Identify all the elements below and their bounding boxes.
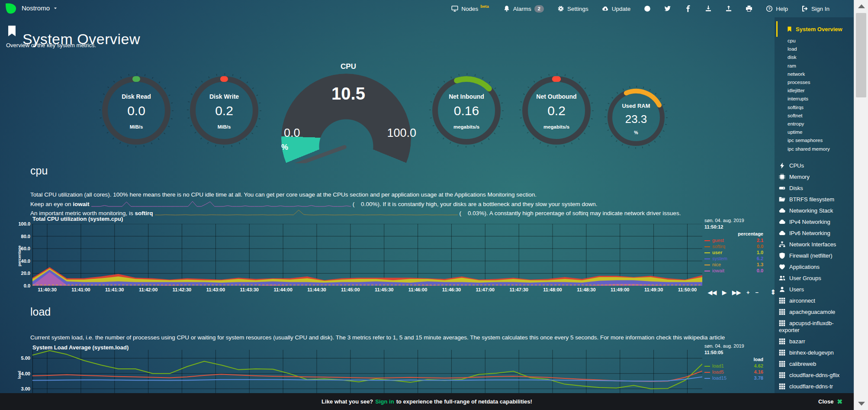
gauge-min: 0.0 [284, 126, 300, 140]
section-icon [779, 230, 785, 236]
cpu-desc-line2: Keep an eye on iowait( 0.00%). If it is … [30, 200, 681, 209]
gauge-unit: megabits/s [518, 124, 595, 129]
twitter-link[interactable] [664, 5, 671, 12]
scroll-up-arrow[interactable] [858, 4, 865, 8]
legend-series-name: load1 [712, 363, 754, 369]
sidebar-item-system-overview[interactable]: System Overview [778, 24, 854, 34]
sidebar-subitem[interactable]: interrupts [778, 95, 854, 103]
export-snapshot-button[interactable] [705, 5, 712, 12]
sidebar-section[interactable]: binhex-delugevpn [778, 347, 854, 358]
legend-color-dash [704, 366, 710, 367]
net-outbound-gauge[interactable]: Net Outbound 0.2 megabits/s [518, 72, 595, 149]
sidebar-section[interactable]: Firewall (netfilter) [778, 250, 854, 261]
disk-read-gauge[interactable]: Disk Read 0.0 MiB/s [98, 72, 174, 149]
sidebar-subitem[interactable]: load [778, 45, 854, 53]
legend-entry[interactable]: system 6.2 [704, 256, 763, 262]
sidebar-subitem[interactable]: entropy [778, 120, 854, 128]
sidebar-section[interactable]: cloudflare-ddns-gflix [778, 370, 854, 381]
sidebar-subitem[interactable]: idlejitter [778, 87, 854, 95]
legend-series-name: softirq [712, 243, 757, 250]
sidebar-section[interactable]: calibreweb [778, 358, 854, 370]
disk-write-gauge[interactable]: Disk Write 0.2 MiB/s [186, 72, 262, 149]
sidebar-subitem[interactable]: ram [778, 62, 854, 70]
legend-entry[interactable]: load15 3.78 [704, 375, 763, 381]
zoom-in-button[interactable]: + [746, 289, 750, 296]
section-icon [779, 320, 785, 326]
sidebar-section[interactable]: bazarr [778, 336, 854, 347]
legend-entry[interactable]: iowait 0.0 [704, 268, 763, 274]
sidebar-section[interactable]: User Groups [778, 273, 854, 284]
section-icon [779, 174, 785, 180]
update-button[interactable]: Update [602, 5, 631, 12]
sidebar-subitem[interactable]: processes [778, 78, 854, 87]
cpu-section-heading[interactable]: cpu [30, 165, 48, 177]
sidebar-section[interactable]: Networking Stack [778, 205, 854, 216]
legend-entry[interactable]: softirq 0.0 [704, 244, 763, 250]
github-link[interactable] [644, 5, 651, 12]
legend-entry[interactable]: guest 2.1 [704, 238, 763, 244]
hostname-dropdown[interactable]: Nostromo [22, 4, 58, 12]
sidebar-subitem[interactable]: ipc shared memory [778, 145, 854, 153]
sidebar-section[interactable]: apacheguacamole [778, 307, 854, 318]
section-icon [779, 241, 785, 248]
sidebar-section[interactable]: airconnect [778, 295, 854, 307]
legend-color-dash [704, 258, 710, 259]
scrollbar-thumb[interactable] [856, 13, 866, 97]
sidebar-subitem[interactable]: network [778, 70, 854, 78]
print-button[interactable] [746, 5, 752, 12]
sidebar-section[interactable]: CPUs [778, 160, 854, 171]
section-icon [779, 286, 785, 293]
play-button[interactable]: ▶ [722, 289, 727, 296]
cpu-gauge[interactable]: CPU 10.5 0.0 100.0 % [277, 61, 420, 163]
import-snapshot-button[interactable] [725, 5, 732, 12]
legend-series-value: 1.3 [757, 261, 763, 268]
legend-entry[interactable]: nice 1.3 [704, 262, 763, 268]
sidebar-section[interactable]: cloudflare-ddns-tr [778, 381, 854, 392]
legend-series-value: 6.2 [757, 255, 763, 262]
page-scrollbar[interactable] [854, 0, 868, 410]
sidebar-section[interactable]: Applications [778, 261, 854, 273]
load-section-heading[interactable]: load [30, 306, 51, 318]
legend-series-name: load5 [712, 369, 754, 375]
sidebar-section[interactable]: IPv4 Networking [778, 216, 854, 228]
gear-icon [557, 5, 564, 12]
legend-entry[interactable]: user 1.0 [704, 250, 763, 256]
cpu-chart-yticks: 100.080.060.040.020.00.0 [11, 224, 30, 286]
facebook-link[interactable] [685, 5, 691, 12]
settings-button[interactable]: Settings [557, 5, 588, 12]
sidebar-section[interactable]: apcupsd-influxdb-exporter [778, 318, 854, 336]
pan-forward-button[interactable]: ▶▶ [732, 289, 741, 296]
footer-signin-link[interactable]: Sign in [375, 398, 394, 405]
sidebar-section[interactable]: Users [778, 284, 854, 295]
legend-color-dash [704, 265, 710, 265]
signin-button[interactable]: Sign In [801, 5, 829, 12]
nodes-button[interactable]: Nodes beta [451, 5, 490, 12]
pan-backward-button[interactable]: ◀◀ [708, 289, 717, 296]
sidebar-section[interactable]: IPv6 Networking [778, 228, 854, 239]
help-button[interactable]: Help [766, 5, 788, 12]
load-description: Current system load, i.e. the number of … [30, 333, 725, 342]
load-chart-legend: søn. 04. aug. 2019 11:50:05 load load1 4… [704, 343, 763, 381]
sidebar-subitem[interactable]: ipc semaphores [778, 136, 854, 145]
sidebar-subitem[interactable]: disk [778, 53, 854, 61]
legend-unit: percentage [704, 231, 763, 237]
zoom-out-button[interactable]: − [755, 289, 759, 296]
upload-icon [725, 5, 732, 12]
sidebar-subitem[interactable]: cpu [778, 37, 854, 45]
sidebar-section[interactable]: Memory [778, 171, 854, 183]
sidebar-section[interactable]: Disks [778, 183, 854, 194]
net-inbound-gauge[interactable]: Net Inbound 0.16 megabits/s [428, 72, 505, 149]
sidebar-section[interactable]: Network Interfaces [778, 239, 854, 250]
legend-entry[interactable]: load1 4.62 [704, 363, 763, 369]
used-ram-gauge[interactable]: Used RAM 23.3 % [604, 85, 669, 150]
sidebar-subitem[interactable]: softirqs [778, 103, 854, 112]
sidebar-subitem[interactable]: softnet [778, 112, 854, 120]
legend-series-name: nice [712, 261, 757, 268]
sidebar-subitem[interactable]: uptime [778, 128, 854, 136]
legend-entry[interactable]: load5 4.16 [704, 369, 763, 375]
scroll-down-arrow[interactable] [858, 402, 865, 406]
sidebar-section[interactable]: BTRFS filesystem [778, 194, 854, 205]
footer-close-button[interactable]: Close ✖ [818, 398, 842, 406]
alarms-button[interactable]: Alarms 2 [503, 5, 544, 13]
cpu-chart-canvas[interactable] [32, 224, 702, 286]
